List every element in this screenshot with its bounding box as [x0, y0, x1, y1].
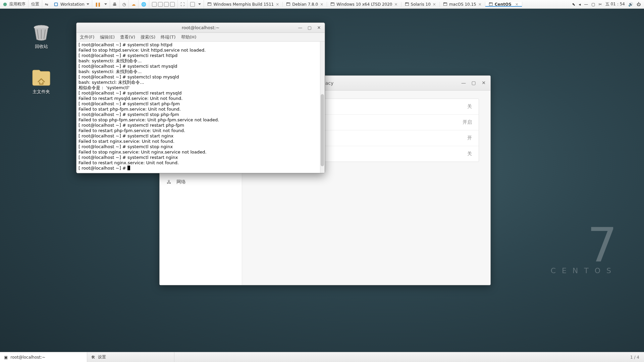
- folder-home-icon: [31, 69, 52, 87]
- trash-icon: [31, 23, 52, 42]
- minimize-button[interactable]: —: [297, 24, 304, 31]
- privacy-row-value: 关: [467, 104, 472, 110]
- watermark-version: 7: [551, 224, 617, 266]
- vm-tab[interactable]: 🗔CentOS×: [485, 2, 522, 7]
- apps-icon: [3, 2, 7, 7]
- centos-watermark: 7 CENTOS: [551, 224, 617, 275]
- vm-tab[interactable]: 🗔macOS 10.15×: [440, 2, 485, 7]
- restore-icon[interactable]: ▢: [591, 2, 595, 7]
- host-clock: 五 01：54: [605, 1, 625, 7]
- desktop-icon-trash[interactable]: 回收站: [26, 23, 56, 50]
- taskbar-item-terminal[interactable]: ▣ root@localhost:~: [0, 352, 87, 362]
- layout2-icon[interactable]: [158, 2, 163, 7]
- minimize-button[interactable]: —: [459, 78, 468, 87]
- unity-icon: [190, 2, 195, 7]
- privacy-row-value: 开启: [463, 119, 472, 125]
- close-icon[interactable]: ×: [515, 2, 519, 7]
- chevron-down-icon: [104, 3, 107, 5]
- power-icon[interactable]: ⏻: [637, 2, 641, 7]
- vm-tool1[interactable]: ◷: [120, 0, 129, 8]
- svg-point-0: [3, 2, 7, 6]
- vm-fullscreen-button[interactable]: ⛶: [178, 0, 187, 8]
- taskbar-item-settings[interactable]: 🛠 设置: [87, 352, 174, 362]
- vm-tool2[interactable]: ☁: [129, 0, 139, 8]
- host-tray: ⬉ ◂ — ▢ ✂ 五 01：54 🔊 ⏻: [569, 1, 644, 7]
- maximize-button[interactable]: ▢: [469, 78, 478, 87]
- close-icon[interactable]: ×: [433, 2, 436, 7]
- vm-snapshot-button[interactable]: 🖶: [110, 0, 120, 8]
- menu-file[interactable]: 文件(F): [80, 34, 95, 40]
- host-top-bar: 应用程序 位置 ⇋ Workstation ❚❚ 🖶 ◷ ☁ 🌐 ⛶ 🗔Wind…: [0, 0, 644, 9]
- vm-unity-button[interactable]: [187, 0, 204, 8]
- watermark-name: CENTOS: [551, 266, 617, 275]
- network-icon: 🖧: [166, 179, 172, 185]
- vmware-logo-icon: [54, 2, 58, 7]
- terminal-cursor: [127, 166, 130, 170]
- vm-tab[interactable]: 🗔Windows Memphis Build 1511×: [204, 2, 283, 7]
- workspace-indicator[interactable]: 1 / 4: [626, 355, 644, 360]
- vm-tab-label: Windows 10 x64 LTSD 2020: [336, 2, 392, 7]
- host-app-switch[interactable]: ⇋: [42, 0, 51, 8]
- prev-icon[interactable]: ◂: [579, 2, 581, 7]
- terminal-scrollbar[interactable]: [320, 42, 325, 173]
- terminal-titlebar[interactable]: root@localhost:~ — ▢ ✕: [76, 23, 325, 33]
- vm-os-icon: 🗔: [489, 2, 493, 7]
- menu-search[interactable]: 搜索(S): [141, 34, 155, 40]
- close-icon[interactable]: ×: [478, 2, 482, 7]
- terminal-icon: ▣: [4, 355, 8, 360]
- vm-tab-label: macOS 10.15: [449, 2, 476, 7]
- desktop-icon-home[interactable]: 主文件夹: [26, 69, 56, 95]
- sidebar-item-label: 网络: [176, 179, 186, 185]
- vm-os-icon: 🗔: [207, 2, 211, 7]
- layout4-icon[interactable]: [170, 2, 175, 7]
- snapshot-icon: 🖶: [113, 2, 117, 7]
- taskbar-item-label: 设置: [98, 354, 106, 360]
- settings-icon: 🛠: [91, 355, 95, 360]
- maximize-button[interactable]: ▢: [306, 24, 313, 31]
- close-icon[interactable]: ×: [276, 2, 279, 7]
- desktop-icon-label: 回收站: [26, 44, 56, 50]
- vm-tab[interactable]: 🗔Solaris 10×: [401, 2, 440, 7]
- vm-os-icon: 🗔: [330, 2, 334, 7]
- scissors-icon[interactable]: ✂: [599, 2, 602, 7]
- cursor-icon: ⬉: [572, 2, 575, 7]
- vm-os-icon: 🗔: [443, 2, 447, 7]
- chevron-down-icon: [87, 3, 89, 5]
- svg-rect-2: [55, 3, 57, 5]
- privacy-row-value: 关: [467, 151, 472, 157]
- vm-os-icon: 🗔: [286, 2, 290, 7]
- host-menu-apps[interactable]: 应用程序: [0, 0, 29, 8]
- chevron-down-icon: [198, 3, 201, 5]
- host-menu-places[interactable]: 位置: [29, 0, 42, 8]
- layout3-icon[interactable]: [164, 2, 169, 7]
- terminal-body[interactable]: [ root@localhost ~] # systemctl stop htt…: [76, 42, 325, 173]
- close-icon[interactable]: ×: [320, 2, 323, 7]
- sidebar-item-network[interactable]: 🖧网络: [160, 175, 242, 189]
- layout1-icon[interactable]: [152, 2, 157, 7]
- volume-icon[interactable]: 🔊: [628, 2, 633, 7]
- vm-tool3[interactable]: 🌐: [139, 0, 149, 8]
- min-icon[interactable]: —: [584, 2, 588, 7]
- menu-edit[interactable]: 编辑(E): [100, 34, 115, 40]
- vm-pause-button[interactable]: ❚❚: [92, 0, 110, 8]
- vmware-product-label: Workstation: [60, 2, 85, 7]
- vm-layout-buttons: [149, 0, 178, 8]
- globe-icon: 🌐: [141, 2, 146, 7]
- vm-tab[interactable]: 🗔Windows 10 x64 LTSD 2020×: [327, 2, 401, 7]
- fullscreen-icon: ⛶: [180, 2, 184, 7]
- vm-tab-label: Windows Memphis Build 1511: [213, 2, 274, 7]
- scrollbar-thumb[interactable]: [321, 94, 324, 167]
- vm-tab-label: CentOS: [495, 2, 512, 7]
- menu-help[interactable]: 帮助(H): [181, 34, 197, 40]
- pause-icon: ❚❚: [95, 2, 100, 7]
- taskbar: ▣ root@localhost:~ 🛠 设置 1 / 4: [0, 352, 644, 362]
- close-button[interactable]: ✕: [479, 78, 488, 87]
- host-menu-apps-label: 应用程序: [9, 1, 25, 7]
- menu-view[interactable]: 查看(V): [120, 34, 135, 40]
- close-button[interactable]: ✕: [315, 24, 323, 31]
- close-icon[interactable]: ×: [394, 2, 398, 7]
- vmware-product[interactable]: Workstation: [51, 0, 92, 8]
- vm-tab[interactable]: 🗔Debian 7.8.0×: [283, 2, 327, 7]
- menu-terminal[interactable]: 终端(T): [161, 34, 175, 40]
- vm-tab-label: Debian 7.8.0: [292, 2, 318, 7]
